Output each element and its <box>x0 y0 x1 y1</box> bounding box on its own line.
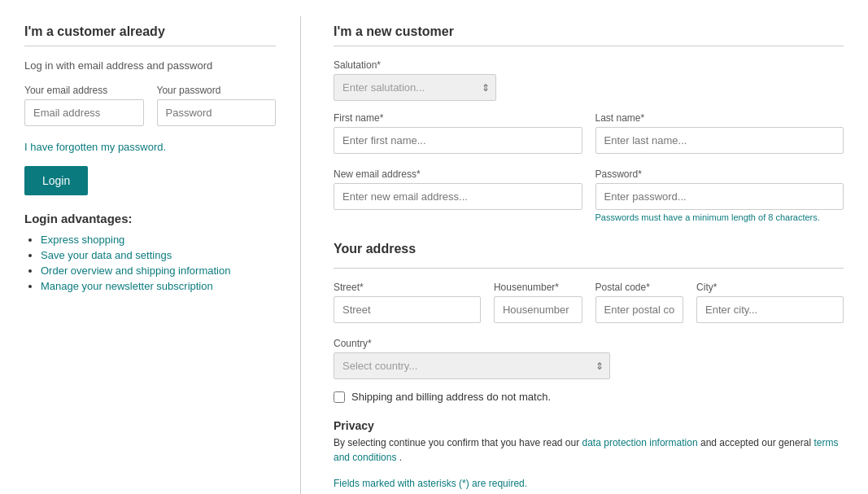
advantages-title: Login advantages: <box>24 212 276 225</box>
list-item: Manage your newsletter subscription <box>41 280 276 292</box>
address-section-title: Your address <box>334 242 844 256</box>
salutation-label: Salutation* <box>334 59 496 71</box>
email-password-row: New email address* Password* Passwords m… <box>334 168 844 234</box>
salutation-group: Salutation* Enter salutation... Mr. Ms. … <box>334 59 496 101</box>
privacy-title: Privacy <box>334 419 844 432</box>
required-note: Fields marked with asterisks (*) are req… <box>334 478 844 489</box>
email-label: Your email address <box>24 85 144 96</box>
login-credentials-row: Your email address Your password <box>24 85 276 138</box>
privacy-section: Privacy By selecting continue you confir… <box>334 419 844 465</box>
salutation-select[interactable]: Enter salutation... Mr. Ms. Mrs. <box>334 74 496 101</box>
shipping-billing-row: Shipping and billing address do not matc… <box>334 391 844 403</box>
forgot-password-link[interactable]: I have forgotten my password. <box>24 141 276 153</box>
privacy-text-start: By selecting continue you confirm that y… <box>334 437 582 448</box>
postal-input[interactable] <box>595 296 684 323</box>
new-password-label: Password* <box>595 168 844 180</box>
email-input[interactable] <box>24 99 144 126</box>
lastname-group: Last name* <box>595 112 844 154</box>
list-item: Save your data and settings <box>41 249 276 261</box>
right-panel: I'm a new customer Salutation* Enter sal… <box>334 16 844 494</box>
city-input[interactable] <box>696 296 844 323</box>
password-group: Your password <box>157 85 277 126</box>
list-item: Order overview and shipping information <box>41 264 276 277</box>
advantage-link-1[interactable]: Express shopping <box>41 234 124 246</box>
shipping-billing-checkbox[interactable] <box>334 391 345 403</box>
firstname-group: First name* <box>334 112 582 154</box>
privacy-text: By selecting continue you confirm that y… <box>334 435 844 465</box>
lastname-label: Last name* <box>595 112 844 124</box>
postal-group: Postal code* <box>595 282 684 323</box>
data-protection-link[interactable]: data protection information <box>582 437 698 448</box>
list-item: Express shopping <box>41 234 276 246</box>
street-input[interactable] <box>334 296 481 323</box>
city-label: City* <box>696 282 844 293</box>
postal-label: Postal code* <box>595 282 684 293</box>
privacy-text-end: . <box>399 452 402 463</box>
advantage-link-3[interactable]: Order overview and shipping information <box>41 264 230 277</box>
country-select[interactable]: Select country... Germany United States … <box>334 352 610 379</box>
password-hint: Passwords must have a minimum length of … <box>595 212 844 222</box>
privacy-text-mid: and accepted our general <box>700 437 813 448</box>
country-group: Country* Select country... Germany Unite… <box>334 338 610 379</box>
new-email-label: New email address* <box>334 168 582 180</box>
country-label: Country* <box>334 338 610 349</box>
name-row: First name* Last name* <box>334 112 844 165</box>
city-group: City* <box>696 282 844 323</box>
housenumber-input[interactable] <box>494 296 582 323</box>
new-email-input[interactable] <box>334 183 582 210</box>
new-email-group: New email address* <box>334 168 582 222</box>
housenumber-label: Housenumber* <box>494 282 582 293</box>
shipping-billing-label: Shipping and billing address do not matc… <box>351 391 551 403</box>
new-password-group: Password* Passwords must have a minimum … <box>595 168 844 222</box>
login-subtitle: Log in with email address and password <box>24 59 276 72</box>
page-container: I'm a customer already Log in with email… <box>0 0 868 494</box>
left-panel-title: I'm a customer already <box>24 24 276 39</box>
new-password-input[interactable] <box>595 183 844 210</box>
advantage-link-4[interactable]: Manage your newsletter subscription <box>41 280 213 292</box>
street-group: Street* <box>334 282 481 323</box>
advantages-list: Express shopping Save your data and sett… <box>24 234 276 292</box>
street-label: Street* <box>334 282 481 293</box>
housenumber-group: Housenumber* <box>494 282 582 323</box>
password-label: Your password <box>157 85 277 96</box>
right-panel-title: I'm a new customer <box>334 24 844 39</box>
country-wrapper: Select country... Germany United States … <box>334 352 610 379</box>
firstname-label: First name* <box>334 112 582 124</box>
left-panel: I'm a customer already Log in with email… <box>24 16 301 494</box>
password-input[interactable] <box>157 99 277 126</box>
salutation-wrapper: Enter salutation... Mr. Ms. Mrs. <box>334 74 496 101</box>
lastname-input[interactable] <box>595 127 844 154</box>
email-group: Your email address <box>24 85 144 126</box>
advantage-link-2[interactable]: Save your data and settings <box>41 249 172 261</box>
firstname-input[interactable] <box>334 127 582 154</box>
address-row: Street* Housenumber* Postal code* City* <box>334 282 844 334</box>
login-button[interactable]: Login <box>24 166 88 195</box>
